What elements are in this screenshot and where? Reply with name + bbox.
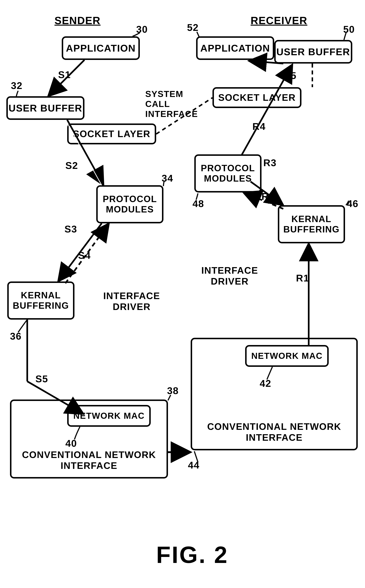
- r5-label: R5: [283, 70, 296, 81]
- receiver-ifd-l1: INTERFACE: [201, 265, 258, 276]
- ref-40: 40: [65, 438, 77, 449]
- ref-46: 46: [347, 198, 358, 209]
- receiver-conv-net-if-label: CONVENTIONAL NETWORK INTERFACE: [192, 421, 356, 443]
- ref-42: 42: [260, 378, 271, 389]
- sender-title: SENDER: [55, 14, 101, 27]
- sender-kb-l2: BUFFERING: [13, 301, 69, 311]
- sci-l2: CALL INTERFACE: [145, 99, 198, 119]
- r4-label: R4: [253, 121, 266, 132]
- s3-label: S3: [64, 223, 77, 235]
- sci-l1: SYSTEM: [145, 89, 183, 99]
- ref-32: 32: [11, 80, 22, 91]
- receiver-user-buffer-box: USER BUFFER: [274, 40, 352, 63]
- receiver-socket-layer-box: SOCKET LAYER: [212, 87, 302, 108]
- receiver-title: RECEIVER: [251, 14, 308, 27]
- ref-52: 52: [187, 22, 199, 33]
- sender-conv-net-if-label: CONVENTIONAL NETWORK INTERFACE: [11, 449, 167, 471]
- sender-ifd-l2: DRIVER: [113, 301, 151, 312]
- r3-label: R3: [263, 157, 277, 168]
- sender-ifd-l1: INTERFACE: [103, 291, 160, 301]
- s4-label: S4: [78, 250, 91, 261]
- ref-38: 38: [167, 385, 179, 396]
- sender-network-mac-box: NETWORK MAC: [67, 405, 151, 427]
- sender-kernal-buffering-box: KERNAL BUFFERING: [7, 281, 74, 320]
- sender-interface-driver-label: INTERFACE DRIVER: [98, 291, 165, 312]
- receiver-kb-l1: KERNAL: [291, 214, 331, 224]
- receiver-application-box: APPLICATION: [196, 36, 274, 60]
- sender-socket-layer-box: SOCKET LAYER: [67, 124, 156, 144]
- ref-44: 44: [188, 459, 200, 471]
- r1-label: R1: [296, 272, 309, 284]
- sender-kb-l1: KERNAL: [21, 290, 61, 300]
- receiver-protocol-l2: MODULES: [204, 173, 252, 184]
- system-call-interface-label: SYSTEM CALL INTERFACE: [145, 89, 222, 119]
- receiver-kb-l2: BUFFERING: [283, 224, 340, 234]
- sender-user-buffer-box: USER BUFFER: [6, 96, 84, 120]
- sender-protocol-l1: PROTOCOL: [103, 194, 157, 204]
- sender-protocol-modules-box: PROTOCOL MODULES: [96, 185, 163, 223]
- sender-application-box: APPLICATION: [62, 36, 140, 60]
- receiver-kernal-buffering-box: KERNAL BUFFERING: [278, 205, 345, 243]
- figure-label: FIG. 2: [156, 541, 228, 568]
- s2-label: S2: [65, 160, 78, 171]
- ref-34: 34: [161, 173, 173, 184]
- receiver-network-mac-box: NETWORK MAC: [245, 345, 329, 367]
- ref-30: 30: [136, 24, 148, 35]
- receiver-ifd-l2: DRIVER: [211, 276, 249, 287]
- ref-48: 48: [192, 198, 204, 209]
- receiver-protocol-modules-box: PROTOCOL MODULES: [194, 154, 261, 192]
- receiver-protocol-l1: PROTOCOL: [201, 163, 255, 173]
- ref-50: 50: [343, 24, 355, 35]
- r2-label: R2: [261, 191, 275, 202]
- s1-label: S1: [58, 69, 71, 80]
- s5-label: S5: [35, 373, 48, 385]
- sender-protocol-l2: MODULES: [106, 204, 154, 214]
- ref-36: 36: [10, 330, 22, 342]
- receiver-interface-driver-label: INTERFACE DRIVER: [196, 265, 263, 287]
